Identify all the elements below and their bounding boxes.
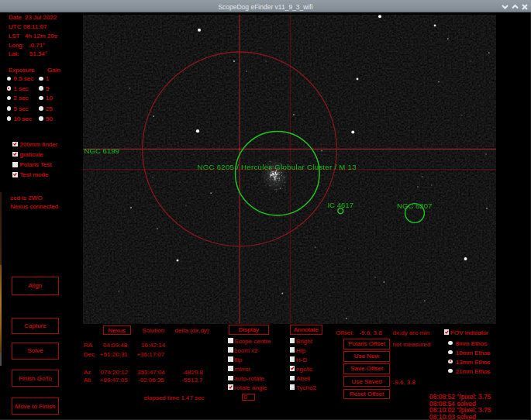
svg-text:NGC 6207: NGC 6207 (397, 201, 432, 210)
svg-text:NGC 6199: NGC 6199 (84, 146, 119, 155)
svg-text:IC 4617: IC 4617 (327, 201, 353, 209)
svg-text:NGC 6205 / Hercules Globular C: NGC 6205 / Hercules Globular Cluster / M… (197, 163, 356, 171)
